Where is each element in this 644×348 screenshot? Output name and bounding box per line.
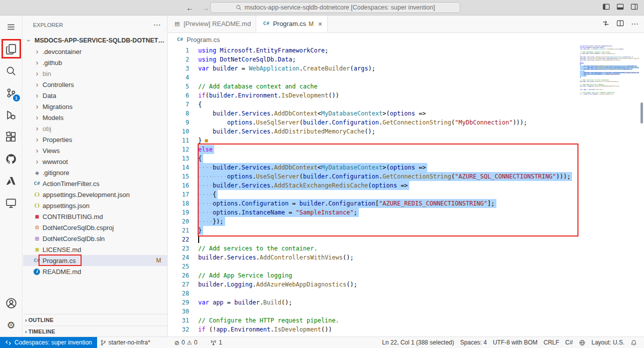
code-line-8[interactable]: 8 builder.Services.AddDbContext<MyDataba… [167, 109, 644, 118]
code-line-18[interactable]: 18····options.Configuration = builder.Co… [167, 199, 644, 208]
status-notifications[interactable] [627, 337, 640, 348]
minimap[interactable]: using Microsoft.EntityFrameworkCore;usin… [580, 46, 639, 95]
sidebar-item-dotnetcoresqldb-sln[interactable]: ⊞DotNetCoreSqlDb.sln [23, 233, 167, 244]
code-line-27[interactable]: 27builder.Logging.AddAzureWebAppDiagnost… [167, 280, 644, 289]
status-warnings[interactable]: ⚠0 [186, 337, 200, 348]
toggle-primary-sidebar-button[interactable] [602, 3, 610, 12]
command-center[interactable]: msdocs-app-service-sqldb-dotnetcore [Cod… [210, 2, 460, 13]
line-number: 29 [167, 298, 189, 307]
sidebar-item-dotnetcoresqldb-csproj[interactable]: ⚙DotNetCoreSqlDb.csproj [23, 222, 167, 233]
activity-item-explorer[interactable] [0, 38, 23, 60]
sidebar-item-properties[interactable]: ›Properties [23, 134, 167, 145]
sidebar-item-contributing-md[interactable]: ■CONTRIBUTING.md [23, 211, 167, 222]
status-language[interactable]: C# [562, 337, 576, 348]
tab-preview-readme-md[interactable]: ▤[Preview] README.md [167, 15, 256, 32]
tab-program-cs[interactable]: C#Program.csM× [256, 15, 328, 32]
code-editor: 1using Microsoft.EntityFrameworkCore;2us… [167, 46, 644, 334]
status-errors[interactable]: ⊘0 [171, 337, 186, 348]
sidebar-item-license-md[interactable]: ■LICENSE.md [23, 244, 167, 255]
code-line-26[interactable]: 26// Add App Service logging [167, 271, 644, 280]
code-line-31[interactable]: 31// Configure the HTTP request pipeline… [167, 316, 644, 325]
code-line-32[interactable]: 32if (!app.Environment.IsDevelopment()) [167, 325, 644, 334]
code-line-12[interactable]: 12else [167, 145, 644, 154]
sidebar-item-models[interactable]: ›Models [23, 112, 167, 123]
section-outline[interactable]: ›OUTLINE [23, 314, 167, 326]
code-line-23[interactable]: 23// Add services to the container. [167, 244, 644, 253]
sidebar-item-data[interactable]: ›Data [23, 90, 167, 101]
code-line-11[interactable]: 11} [167, 136, 644, 145]
code-line-15[interactable]: 15········options.UseSqlServer(builder.C… [167, 172, 644, 181]
toggle-secondary-sidebar-button[interactable] [630, 3, 638, 12]
sidebar-item-readme-md[interactable]: iREADME.md [23, 266, 167, 277]
code-line-4[interactable]: 4 [167, 73, 644, 82]
status-ports[interactable]: 1 [207, 337, 225, 348]
sidebar-sections: ›OUTLINE›TIMELINE [23, 314, 167, 337]
more-actions-button[interactable]: ⋯ [631, 20, 639, 28]
status-eol[interactable]: CRLF [540, 337, 562, 348]
code-line-17[interactable]: 17····{ [167, 190, 644, 199]
sidebar-item-gitignore[interactable]: ◆.gitignore [23, 167, 167, 178]
split-editor-button[interactable] [616, 20, 624, 28]
sidebar-item-bin[interactable]: ›bin [23, 68, 167, 79]
sidebar-item-github[interactable]: ›.github [23, 57, 167, 68]
sidebar-item-wwwroot[interactable]: ›wwwroot [23, 156, 167, 167]
activity-item-azure[interactable] [0, 170, 23, 192]
sidebar-item-obj[interactable]: ›obj [23, 123, 167, 134]
activity-item-source-control[interactable]: 1 [0, 82, 23, 104]
status-encoding[interactable]: UTF-8 with BOM [490, 337, 540, 348]
forward-button[interactable]: → [202, 4, 209, 12]
status-branch[interactable]: starter-no-infra* [97, 337, 153, 348]
activity-item-remote-explorer[interactable] [0, 192, 23, 214]
activity-item-menu[interactable] [0, 16, 23, 38]
code-line-7[interactable]: 7{ [167, 100, 644, 109]
code-line-30[interactable]: 30 [167, 307, 644, 316]
sidebar-item-appsettings-json[interactable]: {}appsettings.json [23, 200, 167, 211]
code-line-6[interactable]: 6if(builder.Environment.IsDevelopment()) [167, 91, 644, 100]
code-line-19[interactable]: 19····options.InstanceName = "SampleInst… [167, 208, 644, 217]
code-line-13[interactable]: 13{ [167, 154, 644, 163]
activity-item-run-debug[interactable] [0, 104, 23, 126]
sidebar-root-folder[interactable]: ›MSDOCS-APP-SERVICE-SQLDB-DOTNETCOR... [23, 35, 167, 46]
code-line-3[interactable]: 3var builder = WebApplication.CreateBuil… [167, 64, 644, 73]
code-line-9[interactable]: 9 options.UseSqlServer(builder.Configura… [167, 118, 644, 127]
back-button[interactable]: ← [186, 4, 194, 12]
sidebar-item-devcontainer[interactable]: ›.devcontainer [23, 46, 167, 57]
toggle-panel-button[interactable] [616, 3, 624, 12]
sidebar-item-controllers[interactable]: ›Controllers [23, 79, 167, 90]
sidebar-item-views[interactable]: ›Views [23, 145, 167, 156]
activity-item-github[interactable] [0, 148, 23, 170]
code-line-20[interactable]: 20····}); [167, 217, 644, 226]
code-line-5[interactable]: 5// Add database context and cache [167, 82, 644, 91]
status-cursor-position[interactable]: Ln 22, Col 1 (388 selected) [379, 337, 457, 348]
code-line-29[interactable]: 29var app = builder.Build(); [167, 298, 644, 307]
code-line-24[interactable]: 24builder.Services.AddControllersWithVie… [167, 253, 644, 262]
activity-item-account[interactable] [0, 292, 23, 314]
code-line-21[interactable]: 21} [167, 226, 644, 235]
sidebar-item-actiontimerfilter-cs[interactable]: C#ActionTimerFilter.cs [23, 178, 167, 189]
close-icon[interactable]: × [318, 20, 322, 28]
code-line-14[interactable]: 14····builder.Services.AddDbContext<MyDa… [167, 163, 644, 172]
status-indentation[interactable]: Spaces: 4 [457, 337, 490, 348]
scrollbar-thumb[interactable] [640, 102, 643, 124]
section-timeline[interactable]: ›TIMELINE [23, 326, 167, 337]
activity-item-search[interactable] [0, 60, 23, 82]
activity-item-extensions[interactable] [0, 126, 23, 148]
activity-item-settings[interactable]: ⚙ [0, 314, 23, 336]
sidebar-item-appsettings-development-json[interactable]: {}appsettings.Development.json [23, 189, 167, 200]
code-line-10[interactable]: 10 builder.Services.AddDistributedMemory… [167, 127, 644, 136]
line-number: 32 [167, 325, 189, 334]
code-line-16[interactable]: 16····builder.Services.AddStackExchangeR… [167, 181, 644, 190]
sidebar-item-migrations[interactable]: ›Migrations [23, 101, 167, 112]
status-remote[interactable]: Codespaces: super invention [0, 337, 97, 348]
status-keyboard-layout[interactable]: Layout: U.S. [588, 337, 627, 348]
sidebar-item-program-cs[interactable]: C#Program.csM [23, 255, 167, 266]
more-actions-icon[interactable]: ⋯ [153, 20, 161, 30]
code-line-25[interactable]: 25 [167, 262, 644, 271]
open-changes-button[interactable] [602, 20, 609, 28]
code-line-22[interactable]: 22 [167, 235, 644, 244]
breadcrumb[interactable]: C# Program.cs [167, 33, 644, 46]
code-line-28[interactable]: 28 [167, 289, 644, 298]
code-line-2[interactable]: 2using DotNetCoreSqlDb.Data; [167, 55, 644, 64]
status-browser[interactable] [576, 337, 588, 348]
code-line-1[interactable]: 1using Microsoft.EntityFrameworkCore; [167, 46, 644, 55]
